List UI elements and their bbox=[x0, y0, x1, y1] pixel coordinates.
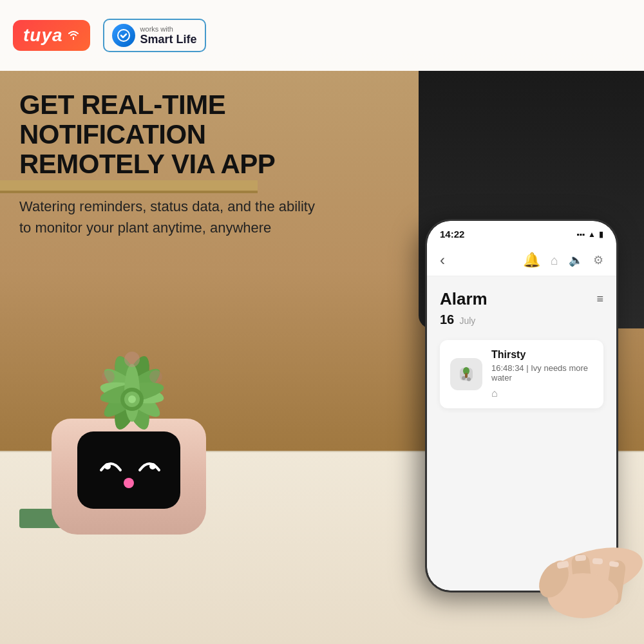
date-number: 16 bbox=[440, 312, 454, 327]
right-eye bbox=[137, 452, 160, 471]
notification-description: 16:48:34 | Ivy needs more water bbox=[491, 363, 593, 383]
phone-status-bar: 14:22 ▪▪▪ ▲ ▮ bbox=[427, 221, 616, 245]
date-month: July bbox=[459, 316, 475, 326]
robot-plant-pot bbox=[52, 341, 206, 535]
back-button[interactable]: ‹ bbox=[440, 251, 445, 269]
settings-icon[interactable]: ⚙ bbox=[593, 253, 603, 267]
date-label: 16 July bbox=[440, 312, 603, 327]
smart-life-icon bbox=[112, 24, 135, 47]
nose-dot bbox=[124, 478, 134, 488]
speaker-icon[interactable]: 🔈 bbox=[569, 253, 583, 267]
headline: GET REAL-TIME NOTIFICATION REMOTELY VIA … bbox=[19, 90, 341, 180]
headline-line2: REMOTELY VIA APP bbox=[19, 149, 341, 179]
signal-icon: ▪▪▪ bbox=[576, 230, 585, 239]
hand-svg bbox=[464, 496, 644, 625]
notification-title: Thirsty bbox=[491, 349, 593, 361]
scene: tuya works with Smart Life bbox=[0, 0, 644, 644]
subtext: Watering reminders, status data, and the… bbox=[19, 196, 316, 238]
svg-point-0 bbox=[118, 30, 129, 41]
status-icons: ▪▪▪ ▲ ▮ bbox=[576, 230, 603, 239]
pot-face-display bbox=[77, 431, 180, 509]
header-bar: tuya works with Smart Life bbox=[0, 0, 644, 71]
svg-point-24 bbox=[462, 376, 466, 380]
phone-nav-bar: ‹ 🔔 ⌂ 🔈 ⚙ bbox=[427, 245, 616, 276]
eyes-row bbox=[99, 452, 160, 471]
svg-point-19 bbox=[104, 463, 111, 469]
smart-life-badge: works with Smart Life bbox=[103, 19, 206, 52]
smart-life-label: Smart Life bbox=[140, 33, 197, 46]
svg-rect-34 bbox=[575, 554, 587, 561]
tuya-wifi-icon bbox=[67, 30, 80, 42]
svg-rect-35 bbox=[592, 558, 603, 565]
wifi-icon: ▲ bbox=[588, 230, 596, 239]
left-eye bbox=[99, 452, 121, 471]
alarm-title: Alarm bbox=[440, 289, 488, 309]
phone-container: 14:22 ▪▪▪ ▲ ▮ ‹ 🔔 ⌂ 🔈 ⚙ bbox=[425, 219, 631, 605]
succulent-top bbox=[64, 341, 193, 431]
tuya-brand-text: tuya bbox=[23, 25, 63, 46]
notification-text: Thirsty 16:48:34 | Ivy needs more water … bbox=[491, 349, 593, 399]
notification-home-icon: ⌂ bbox=[491, 388, 593, 399]
status-time: 14:22 bbox=[440, 229, 464, 240]
svg-point-25 bbox=[467, 377, 471, 381]
nav-icons-group: 🔔 ⌂ 🔈 ⚙ bbox=[523, 252, 603, 269]
smart-life-text: works with Smart Life bbox=[140, 25, 197, 46]
home-icon[interactable]: ⌂ bbox=[551, 253, 558, 268]
filter-icon[interactable]: ≡ bbox=[596, 292, 603, 306]
notification-card: Thirsty 16:48:34 | Ivy needs more water … bbox=[440, 340, 603, 408]
notification-icon bbox=[450, 358, 482, 390]
content-overlay: GET REAL-TIME NOTIFICATION REMOTELY VIA … bbox=[0, 71, 361, 258]
svg-point-18 bbox=[128, 395, 136, 403]
tuya-logo: tuya bbox=[13, 20, 90, 51]
works-with-label: works with bbox=[140, 25, 197, 33]
bell-icon[interactable]: 🔔 bbox=[523, 252, 540, 269]
headline-line1: GET REAL-TIME NOTIFICATION bbox=[19, 90, 341, 149]
svg-point-20 bbox=[149, 463, 156, 469]
alarm-header: Alarm ≡ bbox=[440, 289, 603, 309]
battery-icon: ▮ bbox=[599, 230, 603, 239]
